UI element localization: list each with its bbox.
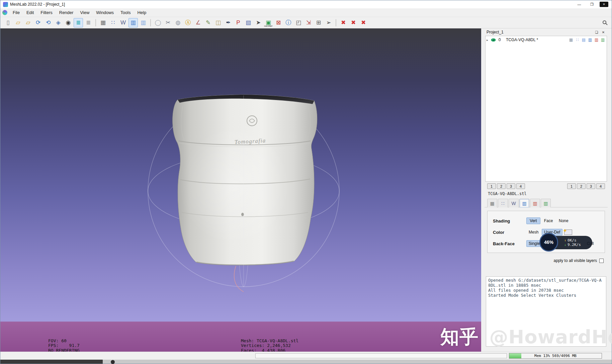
panel-float-button[interactable]: ❏ <box>594 29 600 35</box>
zpaint-icon[interactable]: ✒ <box>224 18 233 27</box>
toolbar-separator <box>95 19 96 26</box>
select-faces-icon[interactable]: ▧ <box>244 18 253 27</box>
layer-points-icon[interactable]: ∷ <box>575 37 580 43</box>
measure-tool-icon[interactable]: ∠ <box>193 18 203 27</box>
show-layer-dialog-icon[interactable]: ≣ <box>74 18 83 27</box>
georef-icon[interactable]: ▣GEOREF <box>264 18 273 27</box>
close-button[interactable]: ✕ <box>600 2 608 7</box>
layer-texture-icon[interactable]: ▥ <box>600 37 606 43</box>
pointer-box-icon[interactable]: ◰ <box>294 18 303 27</box>
disk-tool-icon[interactable]: ◍ <box>173 18 183 27</box>
shading-vert-button[interactable]: Vert <box>526 217 540 224</box>
tab-bbox-icon[interactable]: ▦ <box>487 199 497 207</box>
layer-preset-button[interactable]: 4 <box>596 183 605 189</box>
tab-wire-icon[interactable]: W <box>509 199 519 207</box>
smooth-mode-icon[interactable]: ▥ <box>128 18 138 27</box>
menu-item[interactable]: File <box>9 8 23 17</box>
layer-wire-icon[interactable]: ▤ <box>581 37 587 43</box>
delete-selected-vertices-icon[interactable]: ✖ <box>349 18 358 27</box>
export-mesh-icon[interactable]: ◈ <box>54 18 63 27</box>
toolbar: ▯ ▱ ▱ ⟳ ⟲ ◈ <box>0 17 612 28</box>
open-project-icon[interactable]: ▱ <box>13 18 23 27</box>
menu-item[interactable]: View <box>77 8 93 17</box>
light-toggle-icon[interactable]: ◯ <box>153 18 163 27</box>
layer-preset-button[interactable]: 2 <box>577 183 586 189</box>
menu-item[interactable]: Windows <box>93 8 117 17</box>
layer-toggle-icons: ▦∷▤▥▥▥ <box>568 37 606 43</box>
new-project-icon[interactable]: ▯ <box>3 18 13 27</box>
points-mode-icon[interactable]: ∷ <box>108 18 118 27</box>
delete-selected-faces-icon[interactable]: ✖ <box>339 18 348 27</box>
window-title: MeshLab 2022.02 - [Project_1] <box>10 2 65 7</box>
upload-speed: ↑ 0K/s <box>564 239 592 242</box>
tab-shading-icon[interactable]: ▥ <box>519 199 529 207</box>
title-bar: MeshLab 2022.02 - [Project_1] — ❐ ✕ <box>0 0 612 8</box>
panel-close-button[interactable]: ✕ <box>600 29 606 35</box>
snapshot-icon[interactable]: ◉ <box>64 18 73 27</box>
layer-shading-icon[interactable]: ▥ <box>587 37 593 43</box>
upload-arrow-icon: ↑ <box>564 239 566 242</box>
upload-value: 0K/s <box>567 239 577 242</box>
show-raster-layers-icon[interactable]: ≣ <box>84 18 93 27</box>
layer-bbox-icon[interactable]: ▦ <box>568 37 574 43</box>
reload-mesh-icon[interactable]: ⟳ <box>33 18 43 27</box>
wireframe-mode-icon[interactable]: W <box>118 18 128 27</box>
layer-visibility-eye-icon[interactable] <box>491 37 496 42</box>
layer-preset-button[interactable]: 4 <box>516 183 525 189</box>
move-arrow-icon[interactable]: ➢ <box>324 18 333 27</box>
delete-mesh-icon[interactable]: ⊠ <box>274 18 283 27</box>
tab-texture-icon[interactable]: ▥ <box>541 199 551 207</box>
panel-title: Project_1 <box>487 30 593 34</box>
render-tab-bar: ▦ ∷ W ▥ ▥ <box>485 197 608 207</box>
watermark-brand: 知乎 <box>440 326 478 348</box>
minimize-button[interactable]: — <box>573 0 586 8</box>
select-arrow-icon[interactable]: ➤ <box>254 18 263 27</box>
maximize-button[interactable]: ❐ <box>586 0 598 8</box>
layer-preset-button[interactable]: 3 <box>587 183 595 189</box>
log-line: Opened mesh G:/datasets/stl_surface/TCGA… <box>488 278 604 288</box>
pickpoints-p-icon[interactable]: P <box>234 18 243 27</box>
layer-preset-button[interactable]: 3 <box>507 183 515 189</box>
align-tool-icon[interactable]: ⇲ <box>304 18 313 27</box>
delete-selection-icon[interactable]: ✖ <box>359 18 368 27</box>
layer-row[interactable]: ▸ 0 TCGA-VQ-A8DL * ▦∷▤▥▥▥ <box>486 36 607 43</box>
flat-mode-icon[interactable]: ▥ <box>139 18 148 27</box>
annotation-a-icon[interactable]: Ⓐ <box>183 18 193 27</box>
reload-all-icon[interactable]: ⟲ <box>43 18 53 27</box>
3d-viewport[interactable]: Tomografia FOV: 60FPS: 91.7BO_RENDERING … <box>0 28 481 352</box>
progress-percent-badge: 46% <box>539 233 558 252</box>
layer-color-icon[interactable]: ▥ <box>594 37 599 43</box>
barrel-tool-icon[interactable]: ◫ <box>213 18 223 27</box>
layer-list: ▸ 0 TCGA-VQ-A8DL * ▦∷▤▥▥▥ <box>485 36 607 182</box>
tab-color-icon[interactable]: ▥ <box>530 199 540 207</box>
bbox-mode-icon[interactable]: ▦ <box>98 18 108 27</box>
tab-points-icon[interactable]: ∷ <box>498 199 508 207</box>
snap-tool-icon[interactable]: ⊞ <box>314 18 323 27</box>
search-icon[interactable] <box>603 20 606 24</box>
info-icon[interactable]: ⓘ <box>284 18 293 27</box>
layer-name: TCGA-VQ-A8DL * <box>506 37 567 42</box>
hud-line: Mesh: TCGA-VQ-A8DL.stl <box>241 339 298 344</box>
menu-item[interactable]: Render <box>56 8 77 17</box>
shading-face-button[interactable]: Face <box>541 217 555 224</box>
window-controls: — ❐ ✕ <box>573 0 612 8</box>
color-mesh-button[interactable]: Mesh <box>526 229 541 236</box>
layer-expander-icon[interactable]: ▸ <box>487 38 490 42</box>
layer-preset-button[interactable]: 1 <box>487 183 496 189</box>
menu-item[interactable]: Filters <box>37 8 56 17</box>
layer-preset-button[interactable]: 2 <box>497 183 506 189</box>
project-panel-header: Project_1 ❏ ✕ <box>485 28 608 36</box>
menu-item[interactable]: Help <box>134 8 150 17</box>
import-mesh-icon[interactable]: ▱ <box>23 18 33 27</box>
cut-tool-icon[interactable]: ✂ <box>163 18 173 27</box>
taskbar-peek-icon <box>111 360 115 364</box>
3d-mesh-torso: Tomografia <box>173 95 317 265</box>
apply-all-layers-checkbox[interactable] <box>599 259 604 263</box>
viewport-hud-mesh-info: Mesh: TCGA-VQ-A8DL.stlVertices: 2,246,53… <box>241 324 298 352</box>
3d-viewport-canvas[interactable]: Tomografia <box>0 28 481 352</box>
layer-preset-button[interactable]: 1 <box>567 183 576 189</box>
shading-none-button[interactable]: None <box>556 217 571 224</box>
pick-points-icon[interactable]: ✎ <box>203 18 213 27</box>
menu-item[interactable]: Tools <box>117 8 134 17</box>
menu-item[interactable]: Edit <box>23 8 37 17</box>
